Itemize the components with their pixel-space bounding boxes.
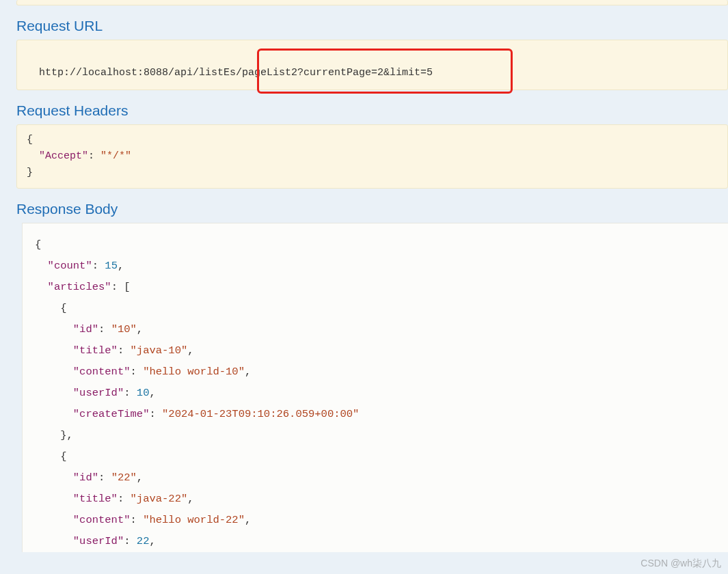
top-code-box-partial [16, 0, 728, 5]
request-headers-box: { "Accept": "*/*" } [16, 124, 728, 189]
response-body-box: { "count": 15, "articles": [ { "id": "10… [22, 223, 728, 552]
request-headers-heading: Request Headers [16, 102, 728, 119]
watermark-text: CSDN @wh柒八九 [641, 558, 721, 570]
response-body-json: { "count": 15, "articles": [ { "id": "10… [35, 234, 716, 552]
request-url-box: http://localhost:8088/api/listEs/pageLis… [16, 40, 728, 90]
request-url-value: http://localhost:8088/api/listEs/pageLis… [39, 67, 433, 79]
response-body-heading: Response Body [16, 201, 728, 217]
request-url-heading: Request URL [16, 18, 728, 34]
